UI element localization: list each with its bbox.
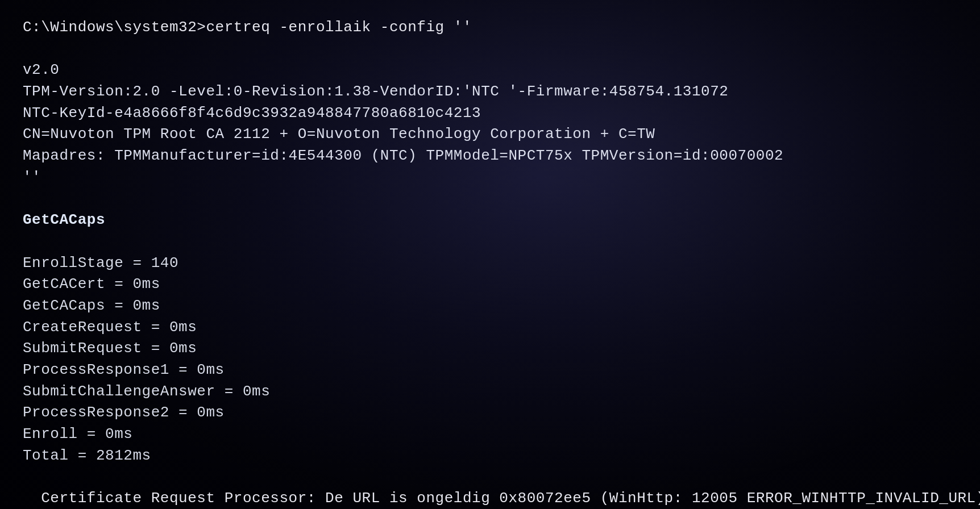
submitchallengeanswer: SubmitChallengeAnswer = 0ms — [23, 381, 957, 403]
cn-nuvoton: CN=Nuvoton TPM Root CA 2112 + O=Nuvoton … — [23, 124, 957, 145]
getcacaps-label: GetCACaps — [23, 210, 957, 231]
mapadres: Mapadres: TPMManufacturer=id:4E544300 (N… — [23, 145, 957, 167]
submitrequest: SubmitRequest = 0ms — [23, 338, 957, 360]
processresponse1: ProcessResponse1 = 0ms — [23, 360, 957, 381]
getcacaps-val: GetCACaps = 0ms — [23, 295, 957, 317]
blank-line — [23, 39, 957, 60]
processresponse2: ProcessResponse2 = 0ms — [23, 402, 957, 424]
terminal-window: C:\Windows\system32>certreq -enrollaik -… — [0, 0, 980, 509]
total: Total = 2812ms — [23, 445, 957, 467]
enroll: Enroll = 0ms — [23, 424, 957, 445]
blank-line — [23, 231, 957, 253]
blank-line — [23, 466, 957, 488]
blank-line — [23, 189, 957, 210]
enroll-stage: EnrollStage = 140 — [23, 253, 957, 274]
version: v2.0 — [23, 60, 957, 81]
getcacert: GetCACert = 0ms — [23, 274, 957, 295]
ntc-keyid: NTC-KeyId-e4a8666f8f4c6d9c3932a948847780… — [23, 103, 957, 124]
error-line: Certificate Request Processor: De URL is… — [23, 488, 957, 509]
createrequest: CreateRequest = 0ms — [23, 317, 957, 339]
terminal-content: C:\Windows\system32>certreq -enrollaik -… — [23, 17, 957, 509]
tpm-version: TPM-Version:2.0 -Level:0-Revision:1.38-V… — [23, 81, 957, 103]
dotdot: '' — [23, 167, 957, 189]
prompt-command: C:\Windows\system32>certreq -enrollaik -… — [23, 17, 957, 39]
